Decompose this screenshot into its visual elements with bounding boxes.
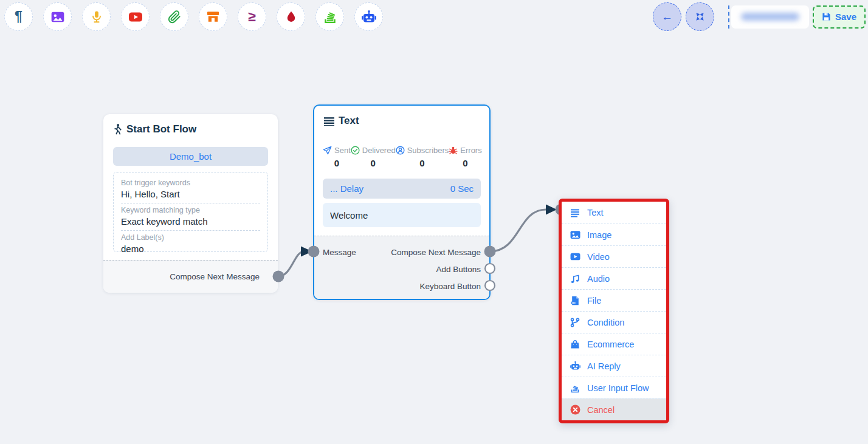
- start-bot-flow-node[interactable]: Start Bot Flow Demo_bot Bot trigger keyw…: [103, 114, 278, 293]
- image-icon: [570, 230, 580, 240]
- menu-item-file[interactable]: File: [562, 289, 666, 311]
- save-label: Save: [835, 12, 856, 22]
- stat-value: 0: [419, 158, 424, 168]
- delay-row[interactable]: ... Delay 0 Sec: [323, 179, 481, 199]
- stack-icon: [323, 10, 337, 24]
- stat-delivered: Delivered 0: [351, 146, 396, 168]
- stat-subscribers: Subscribers 0: [396, 146, 449, 168]
- field-bot-trigger-keywords: Bot trigger keywords Hi, Hello, Start: [121, 176, 260, 203]
- wire-start-to-text: [278, 251, 304, 276]
- toolbar-button-attachment[interactable]: [160, 2, 188, 31]
- menu-item-audio[interactable]: Audio: [562, 267, 666, 289]
- droplet-icon: [284, 10, 298, 24]
- toolbar-button-image[interactable]: [43, 2, 72, 31]
- keyboard-button-port-label: Keyboard Button: [419, 282, 481, 292]
- toolbar-button-robot[interactable]: [354, 2, 383, 31]
- menu-item-label: Video: [587, 252, 610, 262]
- ai-reply-icon: [570, 361, 580, 371]
- back-button[interactable]: ←: [653, 2, 681, 31]
- send-icon: [323, 146, 332, 155]
- toolbar-button-youtube[interactable]: [121, 2, 150, 31]
- field-value: Hi, Hello, Start: [121, 189, 260, 199]
- message-input-port-label: Message: [323, 248, 356, 258]
- toolbar-button-microphone[interactable]: [82, 2, 111, 31]
- bot-name-button[interactable]: Demo_bot: [113, 147, 268, 166]
- menu-item-ecommerce[interactable]: Ecommerce: [562, 333, 666, 355]
- text-node-stats: Sent 0 Delivered 0 Subscribers 0: [314, 146, 489, 168]
- redacted-button[interactable]: [731, 5, 809, 29]
- header-actions: ← Save: [653, 2, 866, 31]
- menu-item-condition[interactable]: Condition: [562, 311, 666, 333]
- field-label: Add Label(s): [121, 233, 260, 242]
- menu-item-ai-reply[interactable]: AI Reply: [562, 355, 666, 377]
- start-node-footer: Compose Next Message: [103, 260, 278, 293]
- toolbar-button-paragraph[interactable]: ¶: [4, 2, 33, 31]
- check-circle-icon: [351, 146, 360, 155]
- save-icon: [822, 12, 831, 21]
- stat-label: Delivered: [362, 146, 396, 155]
- compress-icon: [695, 12, 705, 22]
- stat-label: Errors: [460, 146, 481, 155]
- store-icon: [206, 10, 220, 24]
- arrow-left-icon: ←: [661, 11, 673, 22]
- toolbar-button-droplet[interactable]: [277, 2, 305, 31]
- paperclip-icon: [168, 10, 181, 24]
- stat-label: Sent: [334, 146, 351, 155]
- stat-sent: Sent 0: [323, 146, 351, 168]
- add-node-context-menu: Text Image Video Audio File: [559, 199, 669, 423]
- stat-value: 0: [371, 158, 376, 168]
- image-icon: [51, 10, 64, 24]
- wire-arrowhead: [546, 205, 557, 215]
- field-label: Bot trigger keywords: [121, 179, 260, 187]
- stat-value: 0: [334, 158, 339, 168]
- stat-errors: Errors 0: [449, 146, 481, 168]
- text-icon: [570, 208, 580, 217]
- menu-item-cancel[interactable]: Cancel: [562, 398, 666, 420]
- wire-text-to-menu: [490, 210, 546, 251]
- field-add-labels: Add Label(s) demo: [121, 231, 260, 258]
- menu-item-label: Audio: [587, 274, 610, 284]
- wire-arrowhead: [301, 247, 312, 257]
- save-button[interactable]: Save: [813, 5, 866, 29]
- menu-item-label: User Input Flow: [587, 383, 649, 393]
- greater-equal-icon: ≥: [248, 10, 256, 24]
- menu-item-label: Text: [587, 208, 604, 217]
- toolbar-button-stack[interactable]: [315, 2, 344, 31]
- toolbar-button-store[interactable]: [199, 2, 227, 31]
- condition-icon: [570, 318, 580, 327]
- message-text: Welcome: [330, 210, 368, 220]
- menu-item-image[interactable]: Image: [562, 224, 666, 245]
- start-node-header: Start Bot Flow: [113, 123, 196, 135]
- add-buttons-port-label: Add Buttons: [436, 265, 481, 275]
- walking-person-icon: [113, 124, 122, 135]
- redacted-divider: [728, 5, 809, 29]
- robot-icon: [362, 10, 376, 24]
- text-node[interactable]: Text Sent 0 Delivered 0: [313, 104, 491, 300]
- fit-view-button[interactable]: [686, 2, 714, 31]
- stat-value: 0: [463, 158, 467, 168]
- menu-item-user-input-flow[interactable]: User Input Flow: [562, 377, 666, 398]
- message-text-row[interactable]: Welcome: [323, 203, 481, 227]
- bug-icon: [449, 146, 458, 155]
- redacted-label: [741, 13, 799, 21]
- toolbar: ¶ ≥: [4, 2, 383, 31]
- menu-item-label: Ecommerce: [587, 340, 634, 349]
- cancel-icon: [570, 405, 580, 415]
- field-value: Exact keyword match: [121, 216, 260, 227]
- field-value: demo: [121, 244, 260, 254]
- file-icon: [570, 296, 580, 306]
- menu-item-label: Cancel: [587, 405, 615, 415]
- menu-item-video[interactable]: Video: [562, 245, 666, 267]
- delay-label: ... Delay: [330, 183, 363, 194]
- menu-item-text[interactable]: Text: [562, 202, 666, 224]
- compose-next-message-port-label: Compose Next Message: [391, 248, 481, 258]
- start-node-title: Start Bot Flow: [126, 123, 196, 135]
- start-node-fields[interactable]: Bot trigger keywords Hi, Hello, Start Ke…: [113, 172, 268, 252]
- delay-value: 0 Sec: [450, 183, 474, 194]
- text-node-footer: Message Compose Next Message Add Buttons…: [314, 236, 489, 299]
- field-keyword-matching-type: Keyword matching type Exact keyword matc…: [121, 203, 260, 231]
- stat-label: Subscribers: [407, 146, 449, 155]
- youtube-icon: [128, 10, 143, 24]
- toolbar-button-gte[interactable]: ≥: [238, 2, 266, 31]
- microphone-icon: [90, 10, 103, 24]
